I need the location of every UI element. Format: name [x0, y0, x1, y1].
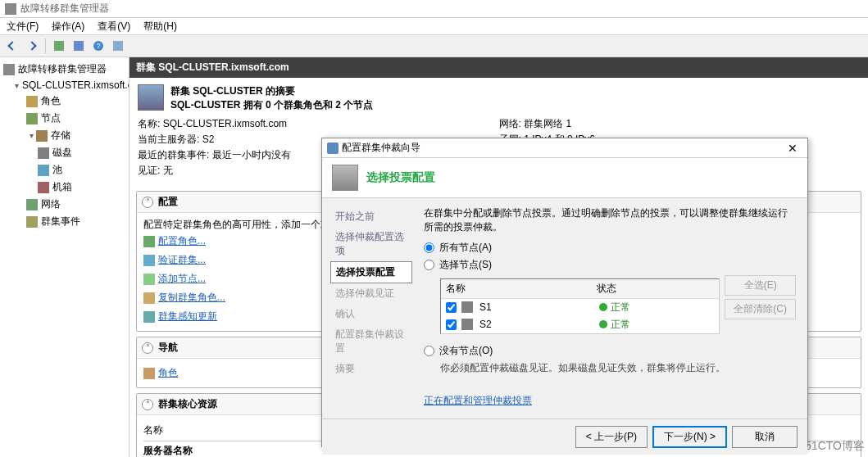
dialog-desc: 在群集中分配或删除节点投票。通过明确删除节点的投票，可以调整使群集继续运行所需的…	[424, 206, 796, 234]
wizard-steps: 开始之前 选择仲裁配置选项 选择投票配置 选择仲裁见证 确认 配置群集仲裁设置 …	[322, 198, 412, 419]
tree-network[interactable]: 网络	[0, 196, 129, 213]
step-before[interactable]: 开始之前	[330, 206, 412, 227]
tree-nodes[interactable]: 节点	[0, 110, 129, 127]
banner-icon	[332, 165, 358, 191]
prev-button[interactable]: < 上一步(P)	[575, 426, 648, 448]
link-validate[interactable]: 验证群集...	[143, 253, 206, 267]
tree-storage[interactable]: ▾存储	[0, 127, 129, 144]
toolbar-separator	[45, 38, 46, 53]
col-status: 状态	[592, 279, 719, 298]
collapse-icon[interactable]: ˄	[142, 197, 153, 208]
tree-enclosure[interactable]: 机箱	[0, 179, 129, 196]
status-dot-icon	[599, 320, 607, 328]
cancel-button[interactable]: 取消	[732, 426, 798, 448]
toolbar-btn-3[interactable]	[109, 37, 127, 55]
tree-disk[interactable]: 磁盘	[0, 144, 129, 161]
step-summary: 摘要	[330, 359, 412, 379]
toolbar-btn-1[interactable]	[50, 37, 68, 55]
dialog-footer: < 上一步(P) 下一步(N) > 取消	[322, 419, 807, 455]
radio-all-nodes[interactable]	[424, 242, 434, 253]
main-header: 群集 SQL-CLUSTER.ixmsoft.com	[130, 57, 868, 78]
none-note: 你必须配置仲裁磁盘见证。如果磁盘见证失效，群集将停止运行。	[440, 361, 796, 375]
toolbar-btn-2[interactable]	[70, 37, 88, 55]
link-aware-update[interactable]: 群集感知更新	[143, 310, 217, 324]
radio-no-nodes[interactable]	[424, 346, 434, 356]
tree-root[interactable]: 故障转移群集管理器	[0, 61, 129, 78]
step-select-opt[interactable]: 选择仲裁配置选项	[330, 227, 412, 261]
node-row-s1[interactable]: S1 正常	[441, 299, 719, 316]
menu-help[interactable]: 帮助(H)	[140, 18, 180, 35]
link-manage-votes[interactable]: 正在配置和管理仲裁投票	[424, 394, 532, 408]
step-config-set: 配置群集仲裁设置	[330, 324, 412, 359]
summary-title: 群集 SQL-CLUSTER 的摘要	[170, 85, 295, 97]
step-confirm: 确认	[330, 304, 412, 324]
dialog-content: 在群集中分配或删除节点投票。通过明确删除节点的投票，可以调整使群集继续运行所需的…	[412, 198, 807, 419]
tree-roles[interactable]: 角色	[0, 93, 129, 110]
next-button[interactable]: 下一步(N) >	[652, 426, 727, 448]
tree-pool[interactable]: 池	[0, 161, 129, 179]
node-checkbox[interactable]	[446, 302, 457, 313]
quorum-wizard-dialog: 配置群集仲裁向导 ✕ 选择投票配置 开始之前 选择仲裁配置选项 选择投票配置 选…	[321, 138, 808, 447]
clear-all-button[interactable]: 全部清除(C)	[725, 299, 796, 319]
app-title: 故障转移群集管理器	[20, 2, 109, 16]
node-icon	[461, 301, 473, 313]
back-button[interactable]	[3, 37, 21, 55]
link-add-node[interactable]: 添加节点...	[143, 272, 206, 286]
tree-cluster[interactable]: ▾SQL-CLUSTER.ixmsoft.com	[0, 78, 129, 93]
menubar: 文件(F) 操作(A) 查看(V) 帮助(H)	[0, 18, 868, 34]
node-checkbox[interactable]	[446, 319, 457, 330]
app-icon	[5, 3, 16, 15]
dialog-title: 配置群集仲裁向导	[342, 141, 420, 155]
menu-action[interactable]: 操作(A)	[48, 18, 88, 35]
window-titlebar: 故障转移群集管理器	[0, 0, 868, 18]
node-row-s2[interactable]: S2 正常	[441, 316, 719, 333]
close-icon[interactable]: ✕	[783, 142, 802, 155]
collapse-icon[interactable]: ˄	[142, 342, 153, 354]
forward-button[interactable]	[23, 37, 41, 55]
collapse-icon[interactable]: ˄	[142, 399, 153, 410]
tree-panel: 故障转移群集管理器 ▾SQL-CLUSTER.ixmsoft.com 角色 节点…	[0, 57, 130, 457]
menu-view[interactable]: 查看(V)	[94, 18, 134, 35]
step-select-witness: 选择仲裁见证	[330, 283, 412, 304]
step-select-vote[interactable]: 选择投票配置	[330, 261, 412, 283]
dialog-titlebar[interactable]: 配置群集仲裁向导 ✕	[322, 138, 807, 158]
toolbar: ?	[0, 34, 868, 57]
menu-file[interactable]: 文件(F)	[3, 18, 42, 35]
link-config-role[interactable]: 配置角色...	[143, 234, 206, 248]
link-copy-role[interactable]: 复制群集角色...	[143, 291, 225, 305]
cluster-icon	[138, 84, 164, 111]
status-dot-icon	[599, 303, 607, 311]
radio-select-nodes[interactable]	[424, 260, 434, 270]
dialog-icon	[327, 143, 339, 154]
server-name-label: 服务器名称	[143, 445, 193, 456]
col-name: 名称	[441, 279, 592, 298]
help-icon[interactable]: ?	[89, 37, 107, 55]
tree-events[interactable]: 群集事件	[0, 213, 129, 230]
select-all-button[interactable]: 全选(E)	[725, 275, 796, 296]
node-icon	[461, 319, 473, 330]
summary-sub: SQL-CLUSTER 拥有 0 个群集角色和 2 个节点	[170, 99, 373, 111]
banner-text: 选择投票配置	[366, 170, 435, 185]
